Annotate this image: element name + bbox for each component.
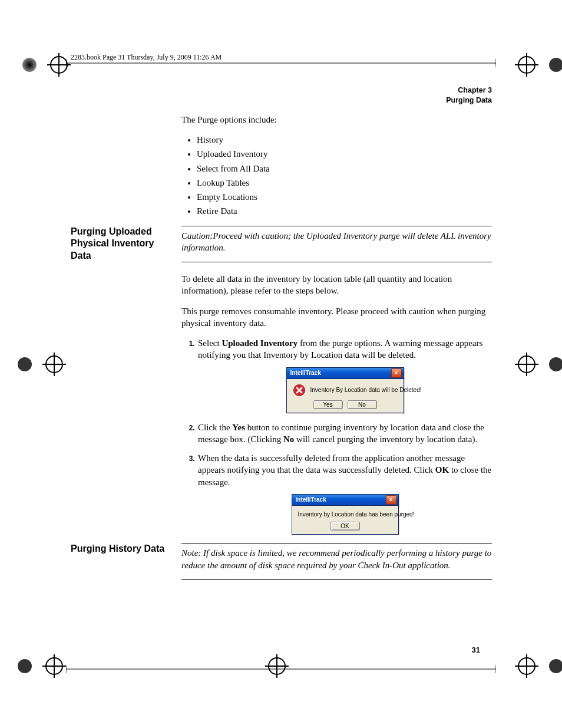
svg-point-23 xyxy=(549,659,562,673)
no-button[interactable]: No xyxy=(348,400,377,409)
chapter-header: Chapter 3 Purging Data xyxy=(71,85,492,106)
body-paragraph: This purge removes consumable inventory.… xyxy=(181,305,492,330)
chapter-title: Purging Data xyxy=(71,95,492,106)
step-item: Click the Yes button to continue purging… xyxy=(197,421,492,446)
error-icon xyxy=(293,384,306,397)
dialog-message: Inventory By Location data will be Delet… xyxy=(310,386,422,394)
dialog-message: Inventory by Location data has been purg… xyxy=(298,510,415,519)
list-item: Empty Locations xyxy=(197,191,492,203)
rule xyxy=(181,262,492,262)
rule xyxy=(181,543,492,543)
list-item: Retire Data xyxy=(197,205,492,217)
svg-point-16 xyxy=(18,659,32,673)
crop-mark-mid-right xyxy=(515,347,562,382)
crop-mark-top-right xyxy=(515,47,562,83)
svg-point-15 xyxy=(549,357,562,371)
crop-mark-top-left xyxy=(18,47,71,83)
crop-mark-bottom-left xyxy=(13,648,66,684)
dialog-purge-success: IntelliTrack × Inventory by Location dat… xyxy=(292,494,399,535)
yes-button[interactable]: Yes xyxy=(313,400,343,409)
crop-mark-bottom-right xyxy=(515,648,562,684)
dialog-titlebar: IntelliTrack × xyxy=(292,495,398,506)
dialog-title: IntelliTrack xyxy=(290,369,321,377)
ok-button[interactable]: OK xyxy=(330,522,360,531)
step-item: Select Uploaded Inventory from the purge… xyxy=(197,337,492,413)
intro-paragraph: The Purge options include: xyxy=(181,114,492,126)
note-text: Note: If disk space is limited, we recom… xyxy=(181,547,492,571)
section-heading-history: Purging History Data xyxy=(71,543,165,591)
close-icon[interactable]: × xyxy=(391,368,402,378)
section-heading-uploaded: Purging Uploaded Physical Inventory Data xyxy=(71,226,165,543)
list-item: History xyxy=(197,134,492,146)
dialog-delete-warning: IntelliTrack × xyxy=(286,367,404,413)
close-icon[interactable]: × xyxy=(386,495,396,505)
chapter-number: Chapter 3 xyxy=(71,85,492,95)
page-number: 31 xyxy=(472,645,480,654)
list-item: Select from All Data xyxy=(197,163,492,174)
dialog-title: IntelliTrack xyxy=(296,496,326,504)
dialog-titlebar: IntelliTrack × xyxy=(287,368,404,379)
list-item: Lookup Tables xyxy=(197,177,492,189)
svg-point-8 xyxy=(18,357,32,371)
page-bottom-rule xyxy=(66,665,496,673)
steps-list: Select Uploaded Inventory from the purge… xyxy=(181,337,492,535)
rule xyxy=(181,579,492,580)
list-item: Uploaded Inventory xyxy=(197,148,492,160)
svg-point-0 xyxy=(22,58,37,72)
svg-point-7 xyxy=(549,58,562,72)
rule xyxy=(181,226,492,226)
step-item: When the data is successfully deleted fr… xyxy=(197,452,492,535)
body-paragraph: To delete all data in the inventory by l… xyxy=(181,273,492,297)
purge-options-list: History Uploaded Inventory Select from A… xyxy=(181,134,492,218)
header-line: 2283.book Page 31 Thursday, July 9, 2009… xyxy=(71,53,492,62)
caution-text: Caution:Proceed with caution; the Upload… xyxy=(181,230,492,254)
crop-mark-mid-left xyxy=(13,347,66,382)
